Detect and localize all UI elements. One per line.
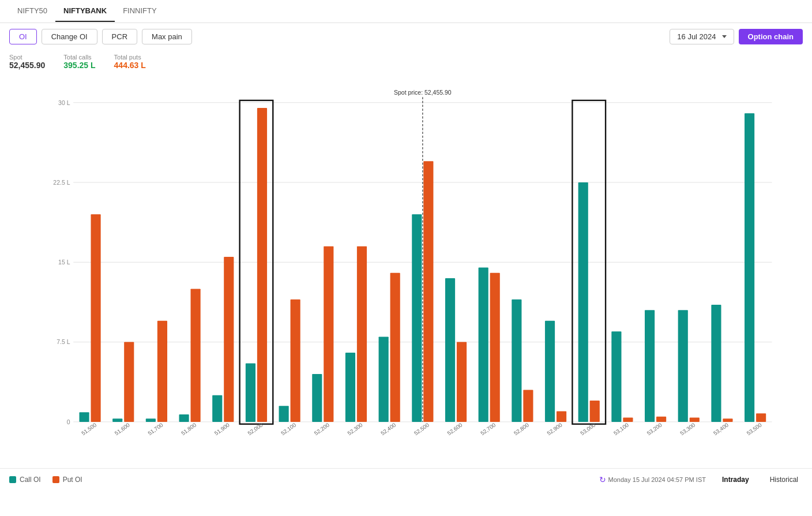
call-legend-item: Call OI [9, 476, 41, 484]
svg-rect-51 [523, 390, 533, 422]
historical-button[interactable]: Historical [765, 474, 803, 485]
svg-rect-16 [146, 418, 156, 422]
spot-value: 52,455.90 [9, 61, 45, 70]
puts-label: Total puts [114, 54, 146, 61]
svg-rect-41 [412, 214, 422, 422]
filter-oi[interactable]: OI [9, 29, 37, 44]
svg-rect-64 [656, 417, 666, 422]
svg-text:53,100: 53,100 [612, 421, 630, 436]
timestamp-text: Monday 15 Jul 2024 04:57 PM IST [608, 476, 706, 483]
svg-text:7.5 L: 7.5 L [57, 339, 70, 345]
svg-rect-42 [423, 161, 433, 422]
calls-value: 395.25 L [63, 61, 95, 70]
svg-text:52,800: 52,800 [513, 421, 530, 436]
svg-rect-54 [557, 411, 566, 421]
svg-rect-22 [212, 395, 222, 422]
calls-label: Total calls [63, 54, 95, 61]
svg-text:30 L: 30 L [58, 100, 70, 106]
nav-tab-finnifty[interactable]: FINNIFTY [115, 1, 165, 22]
svg-text:52,100: 52,100 [280, 421, 297, 436]
nav-tab-nifty50[interactable]: NIFTY50 [9, 1, 55, 22]
svg-text:52,200: 52,200 [313, 421, 330, 436]
spot-stat: Spot 52,455.90 [9, 54, 45, 70]
svg-text:52,700: 52,700 [479, 421, 497, 436]
svg-rect-29 [279, 406, 289, 422]
svg-rect-44 [445, 278, 455, 422]
calls-stat: Total calls 395.25 L [63, 54, 95, 70]
svg-rect-47 [479, 268, 488, 422]
refresh-icon: ↻ [599, 475, 606, 484]
puts-value: 444.63 L [114, 61, 146, 70]
svg-text:52,600: 52,600 [446, 421, 463, 436]
svg-rect-13 [112, 418, 122, 422]
svg-text:53,500: 53,500 [746, 421, 763, 436]
svg-rect-33 [324, 246, 333, 422]
filter-pcr[interactable]: PCR [102, 29, 137, 44]
svg-rect-10 [79, 412, 89, 422]
svg-text:52,900: 52,900 [546, 421, 563, 436]
svg-text:15 L: 15 L [58, 259, 70, 266]
chevron-down-icon [722, 35, 727, 38]
svg-rect-45 [457, 342, 467, 422]
svg-rect-14 [124, 342, 134, 422]
svg-rect-38 [379, 336, 389, 422]
svg-text:51,600: 51,600 [114, 421, 131, 436]
svg-rect-39 [390, 273, 400, 422]
date-label: 16 Jul 2024 [677, 32, 716, 41]
svg-rect-61 [623, 418, 633, 422]
stats-row: Spot 52,455.90 Total calls 395.25 L Tota… [0, 50, 812, 76]
svg-rect-57 [578, 182, 588, 422]
svg-rect-69 [711, 305, 721, 422]
svg-rect-19 [179, 414, 189, 422]
filter-changeoi[interactable]: Change OI [42, 29, 97, 44]
svg-rect-67 [690, 418, 700, 422]
svg-text:51,900: 51,900 [213, 421, 231, 436]
svg-text:52,400: 52,400 [379, 421, 397, 436]
svg-rect-30 [291, 300, 300, 422]
svg-rect-72 [745, 113, 754, 422]
svg-text:52,500: 52,500 [413, 421, 430, 436]
intraday-button[interactable]: Intraday [717, 474, 754, 485]
svg-rect-58 [590, 401, 600, 422]
svg-rect-35 [345, 353, 355, 422]
svg-rect-26 [246, 363, 255, 421]
svg-text:51,700: 51,700 [146, 421, 164, 436]
svg-text:53,300: 53,300 [679, 421, 696, 436]
svg-rect-53 [545, 321, 555, 422]
puts-stat: Total puts 444.63 L [114, 54, 146, 70]
svg-rect-60 [611, 331, 621, 422]
svg-text:Spot price: 52,455.90: Spot price: 52,455.90 [394, 89, 452, 96]
put-legend-label: Put OI [63, 476, 82, 484]
svg-rect-32 [312, 374, 322, 422]
nav-tab-niftybank[interactable]: NIFTYBANK [55, 1, 115, 22]
svg-rect-63 [645, 310, 655, 422]
svg-text:53,200: 53,200 [646, 421, 663, 436]
svg-text:51,800: 51,800 [180, 421, 197, 436]
put-legend-item: Put OI [52, 476, 82, 484]
svg-rect-70 [723, 418, 732, 422]
svg-rect-66 [678, 310, 688, 422]
svg-rect-48 [490, 273, 500, 422]
chart-inner: 07.5 L15 L22.5 L30 L51,50051,60051,70051… [40, 81, 777, 433]
toolbar: OIChange OIPCRMax pain 16 Jul 2024 Optio… [0, 23, 812, 50]
svg-rect-73 [756, 413, 766, 422]
svg-rect-23 [224, 257, 234, 422]
svg-text:22.5 L: 22.5 L [53, 180, 70, 186]
legend: Call OI Put OI ↻ Monday 15 Jul 2024 04:5… [0, 468, 812, 491]
filter-maxpain[interactable]: Max pain [142, 29, 192, 44]
svg-text:53,400: 53,400 [712, 421, 730, 436]
svg-rect-36 [357, 246, 367, 422]
option-chain-button[interactable]: Option chain [739, 29, 803, 44]
spot-label: Spot [9, 54, 45, 61]
svg-rect-11 [91, 214, 100, 422]
svg-text:52,300: 52,300 [346, 421, 363, 436]
chart-area: 07.5 L15 L22.5 L30 L51,50051,60051,70051… [0, 76, 812, 468]
call-legend-label: Call OI [20, 476, 41, 484]
call-legend-dot [9, 476, 16, 483]
put-legend-dot [52, 476, 59, 483]
top-nav: NIFTY50NIFTYBANKFINNIFTY [0, 0, 812, 23]
svg-text:0: 0 [67, 419, 70, 425]
svg-rect-20 [191, 289, 201, 421]
svg-rect-17 [157, 321, 167, 422]
date-selector[interactable]: 16 Jul 2024 [670, 29, 734, 44]
